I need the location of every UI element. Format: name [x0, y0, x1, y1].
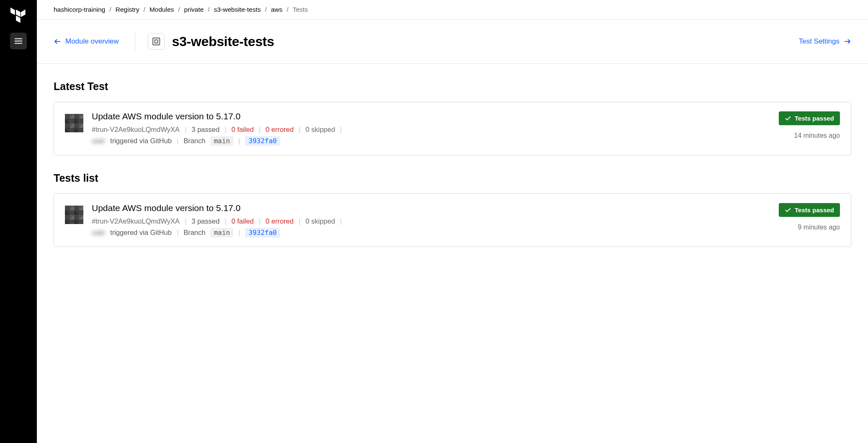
tests-list-heading: Tests list [54, 172, 851, 184]
author-name: user [92, 137, 105, 145]
breadcrumb: hashicorp-training/ Registry/ Modules/ p… [37, 0, 868, 20]
breadcrumb-item[interactable]: private [184, 6, 204, 13]
test-run-title: Update AWS module version to 5.17.0 [92, 111, 770, 121]
test-run-card[interactable]: Update AWS module version to 5.17.0 #tru… [54, 102, 851, 155]
check-icon [785, 207, 791, 214]
arrow-left-icon [54, 38, 61, 45]
skipped-count: 0 skipped [305, 126, 335, 134]
check-icon [785, 115, 791, 122]
breadcrumb-item[interactable]: hashicorp-training [54, 6, 105, 13]
terraform-logo-icon [10, 8, 26, 24]
run-id: #trun-V2Ae9kuoLQmdWyXA [92, 126, 180, 134]
breadcrumb-item[interactable]: s3-website-tests [214, 6, 261, 13]
arrow-right-icon [844, 38, 851, 45]
branch-label: Branch [183, 137, 205, 145]
run-id: #trun-V2Ae9kuoLQmdWyXA [92, 217, 180, 225]
page-title: s3-website-tests [172, 34, 274, 49]
test-run-card[interactable]: Update AWS module version to 5.17.0 #tru… [54, 193, 851, 247]
errored-count: 0 errored [266, 126, 294, 134]
breadcrumb-item[interactable]: Modules [150, 6, 174, 13]
timestamp: 9 minutes ago [798, 224, 840, 231]
sidebar [0, 0, 37, 443]
test-run-title: Update AWS module version to 5.17.0 [92, 203, 770, 213]
status-badge: Tests passed [779, 111, 840, 125]
failed-count: 0 failed [231, 126, 253, 134]
timestamp: 14 minutes ago [794, 132, 840, 139]
latest-test-heading: Latest Test [54, 80, 851, 93]
menu-button[interactable] [10, 33, 27, 49]
skipped-count: 0 skipped [305, 217, 335, 225]
svg-rect-4 [152, 38, 160, 45]
errored-count: 0 errored [266, 217, 294, 225]
module-overview-link[interactable]: Module overview [54, 31, 135, 52]
failed-count: 0 failed [231, 217, 253, 225]
trigger-source: triggered via GitHub [110, 137, 172, 145]
author-name: user [92, 229, 105, 237]
passed-count: 3 passed [191, 217, 220, 225]
avatar [65, 114, 83, 132]
breadcrumb-current: Tests [293, 6, 308, 13]
trigger-source: triggered via GitHub [110, 229, 172, 237]
avatar [65, 206, 83, 224]
status-badge: Tests passed [779, 203, 840, 217]
branch-name: main [210, 136, 233, 146]
breadcrumb-item[interactable]: Registry [116, 6, 140, 13]
svg-rect-5 [155, 40, 158, 43]
commit-hash[interactable]: 3932fa0 [245, 136, 280, 146]
commit-hash[interactable]: 3932fa0 [245, 228, 280, 237]
test-settings-link[interactable]: Test Settings [799, 37, 851, 46]
branch-label: Branch [183, 229, 205, 237]
module-icon [148, 33, 165, 50]
branch-name: main [210, 228, 233, 237]
breadcrumb-item[interactable]: aws [271, 6, 283, 13]
passed-count: 3 passed [191, 126, 220, 134]
